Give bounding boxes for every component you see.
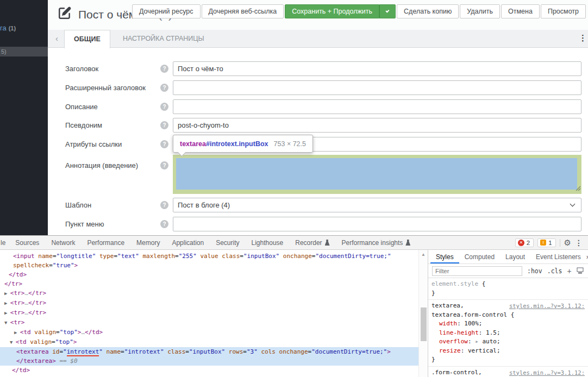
element-state-icon[interactable] — [577, 266, 584, 276]
template-select-value: Пост в блоге (4) — [178, 201, 230, 209]
toggle-classes-button[interactable]: .cls — [547, 267, 562, 275]
tab-console-truncated[interactable]: le — [1, 239, 5, 247]
chevron-down-icon — [570, 202, 576, 207]
devtools-tab-bar: leSourcesNetworkPerformanceMemoryApplica… — [0, 236, 588, 250]
field-label-link-attributes: Атрибуты ссылки — [65, 140, 122, 148]
tabs-overflow-icon[interactable]: ⋮ — [579, 33, 587, 43]
help-icon[interactable]: ? — [160, 220, 168, 228]
field-label-description: Описание — [65, 103, 98, 111]
tabstrip: ‹ ОБЩИЕ НАСТРОЙКА СТРАНИЦЫ ⋮ — [48, 30, 588, 48]
tab-network[interactable]: Network — [51, 239, 75, 247]
help-icon[interactable]: ? — [160, 121, 168, 129]
help-icon[interactable]: ? — [160, 140, 168, 148]
toggle-hover-state-button[interactable]: :hov — [527, 267, 542, 275]
styles-sidebar: StylesComputedLayoutEvent Listeners» :ho… — [428, 250, 588, 377]
delete-button[interactable]: Удалить — [460, 4, 500, 18]
console-warnings-badge[interactable]: !1 — [537, 238, 555, 247]
resize-handle-icon[interactable] — [576, 184, 581, 193]
stylesheet-source-link[interactable]: styles.min.…?v=3.1.12: — [509, 368, 585, 377]
devtools-body: <input name="longtitle" type="text" maxl… — [0, 250, 588, 377]
dom-tree[interactable]: <input name="longtitle" type="text" maxl… — [0, 250, 418, 377]
field-label-introtext: Аннотация (введение) — [65, 161, 138, 169]
edit-icon — [58, 6, 72, 23]
devtools-toolbar-right: ✕2 !1 ⚙ ⋮ — [515, 238, 588, 248]
error-icon: ✕ — [518, 240, 524, 246]
help-icon[interactable]: ? — [160, 201, 168, 209]
experiment-flask-icon — [405, 240, 410, 246]
help-icon[interactable]: ? — [160, 65, 168, 73]
tab-memory[interactable]: Memory — [136, 239, 160, 247]
tooltip-tag: textarea — [180, 140, 206, 148]
tab-performance-insights[interactable]: Performance insights — [342, 239, 411, 247]
field-label-longtitle: Расширенный заголовок — [65, 84, 146, 92]
help-icon[interactable]: ? — [160, 103, 168, 111]
inspect-content-highlight — [176, 158, 577, 190]
child-weblink-button[interactable]: Дочерняя веб-ссылка — [202, 4, 284, 18]
child-resource-button[interactable]: Дочерний ресурс — [132, 4, 201, 18]
help-icon[interactable]: ? — [160, 161, 168, 169]
tab-general[interactable]: ОБЩИЕ — [64, 30, 110, 48]
styles-sidebar-tabs: StylesComputedLayoutEvent Listeners» — [428, 250, 588, 264]
console-errors-badge[interactable]: ✕2 — [515, 238, 534, 247]
document-form: Заголовок ? Расширенный заголовок ? Опис… — [48, 48, 588, 235]
tab-page-settings[interactable]: НАСТРОЙКА СТРАНИЦЫ — [114, 30, 213, 48]
tooltip-selector: #introtext.inputBox — [206, 140, 268, 148]
tooltip-dimensions: 753 × 72.5 — [274, 140, 306, 148]
computed-tab[interactable]: Computed — [459, 250, 500, 263]
tab-application[interactable]: Application — [172, 239, 204, 247]
menu-title-input[interactable] — [173, 217, 581, 231]
tree-item-selected[interactable]: 5) — [0, 47, 48, 56]
preview-button[interactable]: Просмотр — [541, 4, 586, 18]
template-select[interactable]: Пост в блоге (4) — [173, 198, 581, 212]
description-input[interactable] — [173, 99, 581, 114]
scrollbar-thumb[interactable] — [421, 307, 427, 341]
css-rules-list[interactable]: element.style {}styles.min.…?v=3.1.12:te… — [428, 278, 588, 377]
event-listeners-tab[interactable]: Event Listeners — [530, 250, 586, 263]
tab-recorder[interactable]: Recorder — [295, 239, 329, 247]
tab-security[interactable]: Security — [216, 239, 239, 247]
field-label-alias: Псевдоним — [65, 121, 102, 129]
tree-item-count: (1) — [9, 25, 16, 32]
divider — [560, 239, 560, 247]
tab-sources[interactable]: Sources — [15, 239, 39, 247]
scroll-up-icon[interactable]: ▲ — [419, 252, 428, 257]
title-input[interactable] — [173, 61, 581, 76]
styles-toolbar: :hov .cls + — [428, 264, 588, 278]
tab-performance[interactable]: Performance — [87, 239, 124, 247]
field-label-menu-title: Пункт меню — [65, 220, 104, 228]
alias-input[interactable] — [173, 118, 581, 133]
app-window: га(1) 5) Пост о чём-то (5) Дочерний ресу… — [0, 0, 588, 377]
make-copy-button[interactable]: Сделать копию — [397, 4, 459, 18]
tabs-scroll-left-icon[interactable]: ‹ — [55, 34, 58, 43]
stylesheet-source-link[interactable]: styles.min.…?v=3.1.12: — [509, 301, 585, 311]
longtitle-input[interactable] — [173, 80, 581, 95]
devtools-menu-icon[interactable]: ⋮ — [575, 238, 583, 247]
styles-tab[interactable]: Styles — [430, 250, 459, 263]
experiment-flask-icon — [325, 240, 330, 246]
field-label-title: Заголовок — [65, 65, 98, 73]
styles-filter-input[interactable] — [432, 266, 522, 276]
warning-icon: ! — [540, 240, 546, 246]
layout-tab[interactable]: Layout — [500, 250, 530, 263]
tab-lighthouse[interactable]: Lighthouse — [252, 239, 284, 247]
resource-tree-sidebar: га(1) 5) — [0, 0, 48, 235]
help-icon[interactable]: ? — [160, 84, 168, 92]
settings-gear-icon[interactable]: ⚙ — [564, 238, 571, 248]
elements-tree-pane: <input name="longtitle" type="text" maxl… — [0, 250, 418, 377]
cancel-button[interactable]: Отмена — [501, 4, 540, 18]
tree-item-truncated[interactable]: га(1) — [0, 24, 48, 32]
field-label-template: Шаблон — [65, 201, 91, 209]
save-continue-button[interactable]: Сохранить + Продолжить — [285, 4, 379, 18]
new-style-rule-icon[interactable]: + — [567, 267, 571, 275]
save-dropdown-button[interactable] — [379, 4, 396, 18]
action-buttons: Дочерний ресурсДочерняя веб-ссылкаСохран… — [131, 4, 586, 18]
introtext-textarea-highlighted[interactable] — [173, 155, 581, 194]
inspect-tooltip: textarea#introtext.inputBox 753 × 72.5 — [173, 135, 313, 153]
devtools-panel: leSourcesNetworkPerformanceMemoryApplica… — [0, 235, 588, 377]
elements-scrollbar[interactable]: ▲ — [418, 250, 428, 377]
document-header: Пост о чём-то (5) Дочерний ресурсДочерня… — [48, 0, 588, 48]
